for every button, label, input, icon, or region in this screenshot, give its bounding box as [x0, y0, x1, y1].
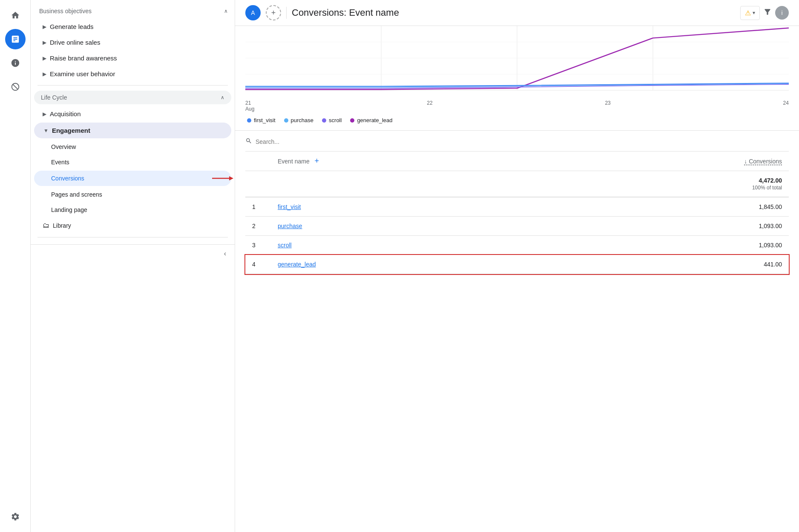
legend-dot-first-visit [247, 118, 251, 123]
sidebar-item-library[interactable]: 🗂 Library [31, 217, 235, 234]
event-name-cell[interactable]: purchase [271, 217, 538, 236]
total-row: 4,472.00 100% of total [245, 171, 789, 197]
sidebar-item-acquisition[interactable]: ▶ Acquisition [31, 106, 235, 122]
arrow-down-icon: ▼ [43, 128, 49, 134]
icon-bar [0, 0, 31, 532]
lifecycle-label: Life Cycle [41, 94, 67, 101]
event-name-cell[interactable]: generate_lead [271, 255, 538, 274]
highlighted-table-row: 4 generate_lead 441.00 [245, 255, 789, 274]
conversions-column-header[interactable]: ↓ Conversions [538, 152, 789, 171]
search-icon [245, 137, 252, 146]
conversions-cell: 1,093.00 [538, 217, 789, 236]
business-objectives-label: Business objectives [39, 8, 92, 14]
warning-button[interactable]: ⚠ ▾ [740, 6, 760, 20]
legend-generate-lead: generate_lead [350, 117, 392, 123]
chart-x-labels: 21Aug 22 23 24 [245, 100, 789, 112]
event-name-cell[interactable]: scroll [271, 236, 538, 255]
legend-scroll: scroll [322, 117, 342, 123]
chart-label-24: 24 [783, 100, 789, 112]
sidebar-child-events[interactable]: Events [31, 154, 235, 170]
conversions-cell: 441.00 [538, 255, 789, 274]
chart-label-21: 21Aug [245, 100, 254, 112]
rank-cell: 2 [245, 217, 271, 236]
red-arrow-line [212, 174, 233, 183]
sidebar-divider-1 [37, 85, 228, 86]
table-row: 2 purchase 1,093.00 [245, 217, 789, 236]
folder-icon: 🗂 [43, 222, 49, 229]
conversions-cell: 1,845.00 [538, 197, 789, 217]
arrow-right-icon: ▶ [43, 55, 46, 61]
legend-dot-scroll [322, 118, 326, 123]
arrow-right-icon: ▶ [43, 71, 46, 77]
insights-icon[interactable] [5, 53, 26, 73]
lifecycle-header[interactable]: Life Cycle ∧ [34, 91, 231, 104]
header-divider [286, 7, 287, 19]
business-objectives-chevron: ∧ [224, 8, 228, 14]
table-row: 1 first_visit 1,845.00 [245, 197, 789, 217]
lifecycle-chevron: ∧ [221, 94, 224, 100]
legend-first-visit: first_visit [247, 117, 276, 123]
table-area: Event name + ↓ Conversions 4,472.00 100%… [235, 131, 799, 532]
legend-dot-generate-lead [350, 118, 354, 123]
rank-cell: 4 [245, 255, 271, 274]
total-label-cell [271, 171, 538, 197]
sidebar-item-generate-leads[interactable]: ▶ Generate leads [31, 19, 235, 34]
svg-marker-1 [229, 176, 233, 180]
search-input[interactable] [256, 138, 789, 145]
conversions-cell: 1,093.00 [538, 236, 789, 255]
add-column-icon[interactable]: + [315, 157, 319, 165]
settings-icon[interactable] [5, 506, 26, 527]
sidebar-child-overview[interactable]: Overview [31, 139, 235, 154]
sidebar-item-examine-user-behavior[interactable]: ▶ Examine user behavior [31, 66, 235, 82]
avatar-button[interactable]: A [245, 5, 261, 20]
legend-dot-purchase [284, 118, 288, 123]
filter-icon[interactable] [763, 8, 772, 18]
advertising-icon[interactable] [5, 77, 26, 97]
arrow-right-icon: ▶ [43, 24, 46, 30]
search-bar [245, 137, 789, 152]
conversions-table: Event name + ↓ Conversions 4,472.00 100%… [245, 152, 789, 274]
main-content: A + Conversions: Event name ⚠ ▾ i [235, 0, 799, 532]
home-icon[interactable] [5, 5, 26, 26]
collapse-sidebar-button[interactable]: ‹ [224, 250, 226, 257]
event-name-cell[interactable]: first_visit [271, 197, 538, 217]
sidebar-item-raise-brand-awareness[interactable]: ▶ Raise brand awareness [31, 50, 235, 66]
business-objectives-header[interactable]: Business objectives ∧ [31, 3, 235, 19]
sidebar-divider-2 [37, 237, 228, 237]
warning-icon: ⚠ [745, 9, 751, 17]
chart-svg [245, 26, 789, 98]
chart-label-22: 22 [427, 100, 432, 112]
main-header: A + Conversions: Event name ⚠ ▾ i [235, 0, 799, 26]
rank-cell: 3 [245, 236, 271, 255]
sidebar-item-drive-online-sales[interactable]: ▶ Drive online sales [31, 34, 235, 50]
chart-area: 21Aug 22 23 24 first_visit purchase scro… [235, 26, 799, 131]
sidebar-item-engagement[interactable]: ▼ Engagement [34, 123, 231, 138]
event-name-column-header[interactable]: Event name + [271, 152, 538, 171]
arrow-right-icon: ▶ [43, 111, 46, 117]
analytics-icon[interactable] [5, 29, 26, 49]
rank-column-header [245, 152, 271, 171]
chart-label-23: 23 [605, 100, 610, 112]
page-title: Conversions: Event name [292, 7, 735, 18]
rank-cell: 1 [245, 197, 271, 217]
sidebar-child-conversions[interactable]: Conversions ◀ [34, 171, 231, 186]
header-actions: ⚠ ▾ i [740, 6, 789, 20]
add-comparison-button[interactable]: + [266, 5, 281, 20]
sidebar-child-pages-and-screens[interactable]: Pages and screens [31, 187, 235, 202]
dropdown-arrow: ▾ [753, 10, 755, 16]
chart-legend: first_visit purchase scroll generate_lea… [245, 117, 789, 123]
sidebar: Business objectives ∧ ▶ Generate leads ▶… [31, 0, 235, 532]
sidebar-footer: ‹ [31, 244, 235, 263]
sidebar-child-landing-page[interactable]: Landing page [31, 202, 235, 217]
total-rank-cell [245, 171, 271, 197]
table-row: 3 scroll 1,093.00 [245, 236, 789, 255]
legend-purchase: purchase [284, 117, 313, 123]
arrow-right-icon: ▶ [43, 40, 46, 46]
info-button[interactable]: i [775, 6, 789, 20]
total-value-cell: 4,472.00 100% of total [538, 171, 789, 197]
